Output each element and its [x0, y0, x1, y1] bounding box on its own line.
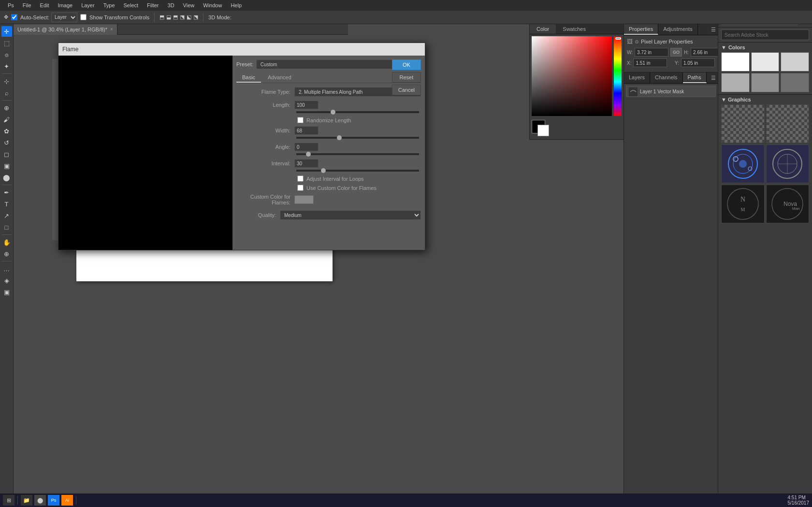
lasso-tool[interactable]: ⌾ [1, 49, 12, 60]
angle-input[interactable] [294, 143, 319, 151]
tab-channels[interactable]: Channels [650, 72, 682, 83]
history-tool[interactable]: ↺ [1, 137, 12, 148]
align-bottom-icon[interactable]: ⬒ [173, 14, 178, 20]
graphic-thumb-0[interactable] [721, 104, 765, 143]
colors-expand-icon[interactable]: ▼ [721, 44, 726, 50]
menu-filter[interactable]: Filter [143, 1, 162, 9]
healing-tool[interactable]: ⊕ [1, 102, 12, 113]
graphic-thumb-5[interactable]: Nova Man [766, 185, 810, 223]
menu-ps[interactable]: Ps [4, 1, 18, 9]
tab-adjustments[interactable]: Adjustments [658, 24, 698, 35]
interval-slider[interactable] [296, 170, 419, 172]
magic-wand-tool[interactable]: ✦ [1, 61, 12, 72]
align-right-icon[interactable]: ⬔ [193, 14, 198, 20]
gradient-tool[interactable]: ▣ [1, 160, 12, 171]
layers-menu-icon[interactable]: ☰ [711, 75, 716, 81]
taskbar-ps[interactable]: Ps [48, 495, 59, 506]
tab-paths[interactable]: Paths [683, 72, 707, 83]
color-gradient[interactable] [532, 36, 612, 116]
graphic-thumb-3[interactable] [766, 145, 810, 183]
interval-input[interactable] [294, 159, 319, 168]
custom-color-picker[interactable] [294, 195, 314, 204]
menu-view[interactable]: View [179, 1, 199, 9]
menu-edit[interactable]: Edit [36, 1, 53, 9]
ok-button[interactable]: OK [392, 59, 421, 70]
quality-select[interactable]: Medium Low High [280, 210, 421, 220]
move-tool[interactable]: ✛ [1, 26, 12, 37]
go-btn-w[interactable]: GO [670, 48, 682, 57]
color-swatch-3[interactable] [721, 73, 750, 92]
select-tool[interactable]: ⬚ [1, 38, 12, 48]
quick-mask[interactable]: ◈ [1, 275, 12, 286]
flame-tab-advanced[interactable]: Advanced [262, 73, 297, 83]
color-swatch-4[interactable] [751, 73, 780, 92]
menu-type[interactable]: Type [100, 1, 119, 9]
tab-layers[interactable]: Layers [624, 72, 650, 83]
flame-tab-basic[interactable]: Basic [236, 73, 261, 83]
align-horiz-icon[interactable]: ⬕ [187, 14, 191, 20]
color-swatch-0[interactable] [721, 52, 750, 72]
w-input[interactable] [635, 48, 668, 57]
align-vert-icon[interactable]: ⬓ [166, 14, 171, 20]
background-color[interactable] [537, 125, 549, 136]
shape-tool[interactable]: □ [1, 222, 12, 232]
align-top-icon[interactable]: ⬒ [160, 14, 164, 20]
custom-color-checkbox[interactable] [297, 185, 304, 191]
graphics-expand-icon[interactable]: ▼ [721, 97, 726, 102]
width-input[interactable] [294, 126, 319, 135]
cancel-button[interactable]: Cancel [392, 85, 421, 95]
color-swatch-2[interactable] [781, 52, 809, 72]
color-swatch-5[interactable] [781, 73, 809, 92]
menu-help[interactable]: Help [227, 1, 246, 9]
taskbar-explorer[interactable]: 📁 [21, 495, 32, 506]
brush-tool[interactable]: 🖌 [1, 114, 12, 125]
reset-button[interactable]: Reset [392, 72, 421, 83]
layer-select[interactable]: Layer Group [51, 13, 77, 22]
menu-layer[interactable]: Layer [77, 1, 99, 9]
color-spectrum[interactable] [614, 36, 622, 116]
transform-controls-checkbox[interactable] [80, 14, 87, 20]
adjust-interval-checkbox[interactable] [297, 175, 304, 182]
menu-window[interactable]: Window [199, 1, 226, 9]
menu-file[interactable]: File [19, 1, 35, 9]
menu-select[interactable]: Select [120, 1, 143, 9]
color-swatch-1[interactable] [751, 52, 780, 72]
hand-tool[interactable]: ✋ [1, 237, 12, 247]
align-left-icon[interactable]: ⬔ [180, 14, 185, 20]
length-slider[interactable] [296, 111, 419, 113]
path-item-layer1[interactable]: Layer 1 Vector Mask [626, 86, 716, 97]
pen-tool[interactable]: ✒ [1, 187, 12, 198]
angle-slider[interactable] [296, 153, 419, 155]
clone-tool[interactable]: ✿ [1, 126, 12, 136]
zoom-tool[interactable]: ⊕ [1, 248, 12, 259]
x-input[interactable] [633, 58, 667, 67]
color-tab[interactable]: Color [530, 24, 556, 34]
y-input[interactable] [681, 58, 715, 67]
eyedropper-tool[interactable]: ⌕ [1, 87, 12, 98]
start-button[interactable]: ⊞ [3, 495, 14, 506]
taskbar-chrome[interactable]: ⬤ [34, 495, 46, 506]
length-input[interactable] [294, 101, 319, 109]
doc-tab-close[interactable]: × [110, 27, 113, 32]
width-slider[interactable] [296, 137, 419, 139]
dodge-tool[interactable]: ⬤ [1, 172, 12, 183]
search-adobe-stock-input[interactable] [721, 29, 809, 40]
graphic-thumb-1[interactable] [766, 104, 810, 143]
more-tools[interactable]: … [1, 263, 12, 274]
menu-image[interactable]: Image [54, 1, 77, 9]
graphic-thumb-2[interactable] [721, 145, 765, 183]
swatches-tab[interactable]: Swatches [556, 24, 593, 34]
graphic-thumb-4[interactable]: N M [721, 185, 765, 223]
crop-tool[interactable]: ⊹ [1, 76, 12, 87]
eraser-tool[interactable]: ◻ [1, 149, 12, 159]
autoselect-checkbox[interactable] [11, 14, 17, 20]
text-tool[interactable]: T [1, 199, 12, 209]
taskbar-ai[interactable]: Ai [61, 495, 73, 506]
doc-tab-untitled[interactable]: Untitled-1 @ 30.4% (Layer 1, RGB/8)* × [14, 24, 117, 35]
randomize-length-checkbox[interactable] [297, 117, 304, 123]
menu-3d[interactable]: 3D [164, 1, 178, 9]
screen-mode[interactable]: ▣ [1, 287, 12, 297]
tab-properties[interactable]: Properties [624, 24, 658, 35]
properties-menu-icon[interactable]: ☰ [711, 27, 716, 33]
path-select-tool[interactable]: ↗ [1, 210, 12, 221]
